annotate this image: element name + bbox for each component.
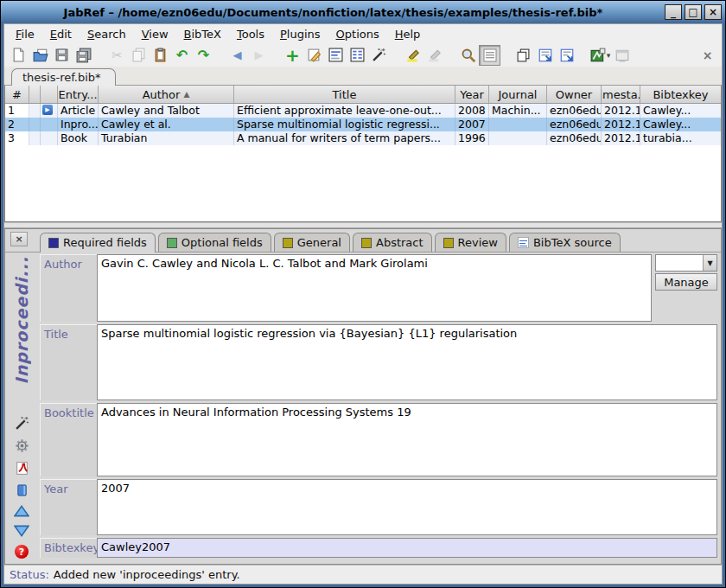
title-bar[interactable]: JabRef – /home/ezn06edu/Documents/nonfic… <box>1 1 725 23</box>
open-file-button[interactable] <box>534 45 556 66</box>
unmark-entries-button[interactable] <box>424 45 445 66</box>
tab-review[interactable]: Review <box>435 233 506 252</box>
tab-required-label: Required fields <box>63 236 147 249</box>
tab-optional-fields[interactable]: Optional fields <box>158 233 271 252</box>
save-database-button[interactable] <box>51 45 73 66</box>
url-icon[interactable]: ▶ <box>42 105 53 115</box>
table-row-1[interactable]: 1 ▶ Article Cawley and Talbot Efficient … <box>5 104 721 118</box>
column-header-icon1[interactable] <box>29 86 41 103</box>
open-url-button[interactable] <box>556 45 577 66</box>
autoset-gear-icon[interactable] <box>15 438 29 453</box>
new-database-button[interactable] <box>8 45 29 66</box>
table-row-3[interactable]: 3 Book Turabian A manual for writers of … <box>5 131 721 145</box>
close-icon: × <box>709 7 717 17</box>
menu-bibtex[interactable]: BibTeX <box>176 26 229 42</box>
row3-journal <box>489 131 547 145</box>
previous-entry-icon[interactable] <box>14 505 29 517</box>
column-header-author[interactable]: Author ▲ <box>99 86 234 103</box>
combobox-arrow-icon[interactable]: ▼ <box>703 255 716 271</box>
menu-file[interactable]: File <box>8 26 42 42</box>
search-button[interactable] <box>457 45 479 66</box>
tab-thesis-ref[interactable]: thesis-ref.bib* <box>11 68 116 86</box>
cleanup-entries-button[interactable] <box>368 45 390 66</box>
entry-editor: × Required fields Optional fields Genera… <box>4 228 722 565</box>
push-to-lyx-button[interactable]: ▾ <box>589 45 611 66</box>
mark-entries-button[interactable] <box>402 45 424 66</box>
entry-editor-close-button[interactable]: × <box>10 232 28 246</box>
push-dropdown-icon: ▾ <box>607 51 611 60</box>
row2-year: 2007 <box>455 118 489 131</box>
generate-key-wand-icon[interactable] <box>15 416 29 431</box>
title-field-input[interactable]: Sparse multinomial logistic regression v… <box>97 324 717 400</box>
maximize-icon: □ <box>688 7 697 17</box>
edit-preamble-button[interactable] <box>325 45 347 66</box>
push-to-application-button[interactable] <box>611 45 633 66</box>
redo-button[interactable]: ↷ <box>193 45 214 66</box>
close-button[interactable]: × <box>704 4 722 20</box>
new-entry-button[interactable]: + <box>282 45 303 66</box>
table-row-2-selected[interactable]: 2 Inpro... Cawley et al. Sparse multinom… <box>5 118 721 131</box>
toolbar-close-button[interactable]: × <box>697 45 718 66</box>
row3-ranking-cell <box>29 131 41 145</box>
forward-button[interactable]: ▶ <box>248 45 270 66</box>
edit-entry-button[interactable] <box>303 45 325 66</box>
menu-options[interactable]: Options <box>328 26 387 42</box>
author-field-input[interactable]: Gavin C. Cawley and Nicola L. C. Talbot … <box>97 254 652 322</box>
write-pdf-icon[interactable] <box>15 461 29 476</box>
column-header-title[interactable]: Title <box>234 86 455 103</box>
edit-entry-icon <box>307 48 322 62</box>
year-field-input[interactable]: 2007 <box>97 479 717 534</box>
column-header-entrytype[interactable]: Entry... <box>58 86 99 103</box>
undo-button[interactable]: ↶ <box>171 45 193 66</box>
copy-button[interactable] <box>128 45 150 66</box>
tab-abstract[interactable]: Abstract <box>353 233 432 252</box>
row1-url-cell[interactable]: ▶ <box>41 104 58 118</box>
entry-table: # Entry... Author ▲ Title Year Journal O… <box>4 86 722 222</box>
column-header-bibtexkey[interactable]: Bibtexkey <box>640 86 721 103</box>
splitter-handle[interactable] <box>4 222 722 228</box>
toggle-preview-icon <box>483 48 497 62</box>
column-header-journal[interactable]: Journal <box>489 86 547 103</box>
tab-required-fields[interactable]: Required fields <box>40 233 156 252</box>
review-tab-icon <box>443 238 454 248</box>
next-entry-icon[interactable] <box>14 525 29 537</box>
bibtexkey-field-input[interactable]: Cawley2007 <box>97 538 717 558</box>
title-field-row: Title Sparse multinomial logistic regres… <box>40 324 717 400</box>
duplicate-check-button[interactable] <box>513 45 534 66</box>
back-button[interactable]: ◀ <box>226 45 248 66</box>
column-header-number[interactable]: # <box>5 86 29 103</box>
minimize-button[interactable]: _ <box>665 4 682 20</box>
cut-button[interactable]: ✂ <box>106 45 128 66</box>
abstract-tab-icon <box>361 238 372 248</box>
column-header-timestamp[interactable]: Timesta... <box>602 86 640 103</box>
menu-edit[interactable]: Edit <box>42 26 80 42</box>
tab-bibtex-source[interactable]: BibTeX source <box>509 233 621 252</box>
sort-ascending-icon: ▲ <box>183 90 189 99</box>
column-header-icon2[interactable] <box>41 86 58 103</box>
column-header-owner[interactable]: Owner <box>547 86 602 103</box>
toggle-preview-button[interactable] <box>479 45 500 66</box>
tab-general[interactable]: General <box>274 233 350 252</box>
menu-search[interactable]: Search <box>80 26 134 42</box>
column-header-year[interactable]: Year <box>455 86 489 103</box>
row1-bibtexkey: Cawley... <box>640 104 721 118</box>
row1-number: 1 <box>5 104 29 118</box>
name-format-combobox[interactable]: ▼ <box>655 254 717 272</box>
menu-help[interactable]: Help <box>387 26 429 42</box>
open-linked-file-icon[interactable] <box>16 483 29 497</box>
open-database-button[interactable] <box>29 45 51 66</box>
save-all-button[interactable] <box>73 45 94 66</box>
menu-view[interactable]: View <box>134 26 176 42</box>
menu-plugins[interactable]: Plugins <box>272 26 328 42</box>
edit-preamble-icon <box>328 48 343 62</box>
cleanup-wand-icon <box>372 48 386 62</box>
booktitle-field-input[interactable]: Advances in Neural Information Processin… <box>97 403 717 477</box>
new-database-icon <box>11 48 26 62</box>
paste-button[interactable] <box>150 45 171 66</box>
help-button[interactable]: ? <box>15 545 29 559</box>
row1-timestamp: 2012.1... <box>602 104 640 118</box>
edit-strings-button[interactable] <box>347 45 368 66</box>
maximize-button[interactable]: □ <box>685 4 702 20</box>
manage-button[interactable]: Manage <box>655 273 717 291</box>
menu-tools[interactable]: Tools <box>229 26 272 42</box>
